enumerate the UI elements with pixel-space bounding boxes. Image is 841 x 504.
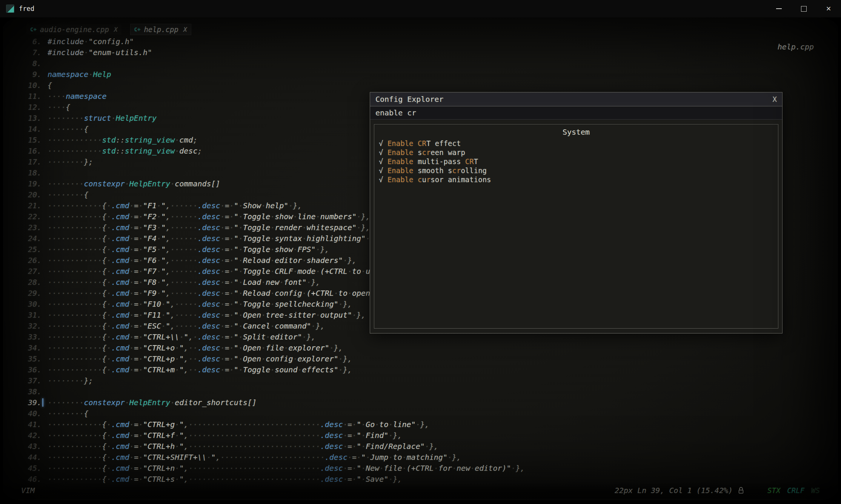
cpp-file-icon: C+ <box>30 26 37 32</box>
tab-close-icon[interactable]: X <box>183 26 187 33</box>
code-line[interactable]: 8. <box>23 58 525 69</box>
code-line-text: ············{·.cmd·=·"CTRL+p·",··.desc·=… <box>48 353 352 364</box>
popup-close-icon[interactable]: X <box>773 95 777 103</box>
line-number: 6. <box>23 36 42 47</box>
line-number: 13. <box>23 113 42 124</box>
code-line[interactable]: 40.········{ <box>23 408 525 419</box>
code-line[interactable]: 42.············{·.cmd·=·"CTRL+f·",······… <box>23 430 525 441</box>
config-checkbox-item[interactable]: √ Enable smooth scrolling <box>379 166 773 175</box>
vim-mode-indicator: VIM <box>21 486 35 495</box>
code-line[interactable]: 45.············{·.cmd·=·"CTRL+n·",······… <box>23 463 525 474</box>
code-line[interactable]: 37.········}; <box>23 375 525 386</box>
config-checkbox-item[interactable]: √ Enable cursor animations <box>379 175 773 184</box>
maximize-button[interactable] <box>791 0 816 17</box>
close-button[interactable]: ✕ <box>816 0 841 17</box>
line-number: 34. <box>23 343 42 353</box>
code-line-text: ············{·.cmd·=·"F11·",·····.desc·=… <box>48 310 366 321</box>
status-flag: WS <box>811 486 820 495</box>
code-line-text: ············std::string_view·cmd; <box>48 135 197 146</box>
status-flag: STX <box>767 486 780 495</box>
code-line-text: { <box>48 80 52 91</box>
code-line-text: ········constexpr·HelpEntry·commands[] <box>48 178 220 189</box>
window-title: fred <box>19 5 34 12</box>
code-line[interactable]: 35.············{·.cmd·=·"CTRL+p·",··.des… <box>23 353 525 364</box>
line-number: 12. <box>23 102 42 113</box>
code-line[interactable]: 6.#include·"config.h" <box>23 36 525 47</box>
config-items-list: √ Enable CRT effect√ Enable screen warp√… <box>379 139 773 184</box>
line-number: 33. <box>23 332 42 343</box>
tab-close-icon[interactable]: X <box>114 26 118 33</box>
config-explorer-popup: Config Explorer X enable cr System √ Ena… <box>370 92 783 333</box>
editor-screen: C+ audio-engine.cpp X C+ help.cpp X help… <box>3 17 838 500</box>
code-line-text: ············{·.cmd·=·"F8·",······.desc·=… <box>48 277 320 288</box>
tab-audio-engine-cpp[interactable]: C+ audio-engine.cpp X <box>26 24 121 35</box>
cursor-position: 22px Ln 39, Col 1 (15.42%) <box>615 486 733 495</box>
line-number: 23. <box>23 222 42 233</box>
code-line[interactable]: 39.········constexpr·HelpEntry·editor_sh… <box>23 397 525 408</box>
line-number: 16. <box>23 146 42 157</box>
line-number: 22. <box>23 211 42 222</box>
line-number: 40. <box>23 408 42 419</box>
status-bar: VIM 22px Ln 39, Col 1 (15.42%) STXCRLFWS <box>3 482 838 499</box>
code-line-text: ········struct·HelpEntry <box>48 113 157 124</box>
checkmark-icon: √ <box>379 175 383 184</box>
cpp-file-icon: C+ <box>134 26 141 32</box>
line-number: 44. <box>23 452 42 463</box>
code-line-text: ············{·.cmd·=·"CTRL+f·",·········… <box>48 430 402 441</box>
code-line-text: ············{·.cmd·=·"CTRL+n·",·········… <box>48 463 525 474</box>
code-line-text: ············{·.cmd·=·"F10·",·····.desc·=… <box>48 299 352 310</box>
code-line[interactable]: 44.············{·.cmd·=·"CTRL+SHIFT+\\·"… <box>23 452 525 463</box>
line-number: 42. <box>23 430 42 441</box>
code-line-text: ············{·.cmd·=·"F7·",······.desc·=… <box>48 266 411 277</box>
tab-help-cpp[interactable]: C+ help.cpp X <box>131 24 191 35</box>
code-line[interactable]: 34.············{·.cmd·=·"CTRL+o·",··.des… <box>23 343 525 353</box>
minimize-button[interactable] <box>766 0 791 17</box>
config-checkbox-item[interactable]: √ Enable CRT effect <box>379 139 773 148</box>
line-number: 41. <box>23 419 42 430</box>
line-number: 37. <box>23 375 42 386</box>
status-right-group: 22px Ln 39, Col 1 (15.42%) STXCRLFWS <box>615 486 820 495</box>
code-line[interactable]: 7.#include·"enum-utils.h" <box>23 47 525 58</box>
line-number: 38. <box>23 386 42 397</box>
code-line[interactable]: 41.············{·.cmd·=·"CTRL+g·",······… <box>23 419 525 430</box>
tab-label: audio-engine.cpp <box>40 25 109 34</box>
code-line-text: ········{ <box>48 408 88 419</box>
line-number: 25. <box>23 244 42 255</box>
line-number: 14. <box>23 124 42 135</box>
config-search-input[interactable]: enable cr <box>370 106 782 120</box>
line-number: 43. <box>23 441 42 452</box>
checkmark-icon: √ <box>379 139 383 148</box>
app-icon <box>6 5 14 13</box>
line-number: 32. <box>23 321 42 332</box>
code-line[interactable]: 36.············{·.cmd·=·"CTRL+m·",··.des… <box>23 364 525 375</box>
window-titlebar[interactable]: fred ✕ <box>0 0 841 17</box>
code-line[interactable]: 9.namespace·Help <box>23 69 525 80</box>
popup-title-bar[interactable]: Config Explorer X <box>370 92 782 106</box>
line-number: 27. <box>23 266 42 277</box>
buffer-name-overlay: help.cpp <box>778 42 814 51</box>
code-line-text: ········{ <box>48 189 88 200</box>
line-number: 20. <box>23 189 42 200</box>
tab-label: help.cpp <box>144 25 178 34</box>
code-line[interactable]: 43.············{·.cmd·=·"CTRL+h·",······… <box>23 441 525 452</box>
config-checkbox-item[interactable]: √ Enable screen warp <box>379 148 773 157</box>
minimize-icon <box>776 8 782 9</box>
checkmark-icon: √ <box>379 157 383 166</box>
line-number: 45. <box>23 463 42 474</box>
line-number: 7. <box>23 47 42 58</box>
tab-bar: C+ audio-engine.cpp X C+ help.cpp X <box>26 24 191 35</box>
text-cursor <box>42 398 43 407</box>
line-number: 29. <box>23 288 42 299</box>
code-line[interactable]: 38. <box>23 386 525 397</box>
code-line-text: ············{·.cmd·=·"CTRL+m·",··.desc·=… <box>48 364 352 375</box>
line-number: 18. <box>23 167 42 178</box>
code-line-text: ········{ <box>48 124 88 135</box>
line-number: 31. <box>23 310 42 321</box>
config-checkbox-item[interactable]: √ Enable multi-pass CRT <box>379 157 773 166</box>
maximize-icon <box>801 6 807 12</box>
code-line-text: ············{·.cmd·=·"ESC·",·····.desc·=… <box>48 321 325 332</box>
line-number: 9. <box>23 69 42 80</box>
code-line-text: ········}; <box>48 157 93 167</box>
code-line-text: ············{·.cmd·=·"F6·",······.desc·=… <box>48 255 357 266</box>
code-line[interactable]: 10.{ <box>23 80 525 91</box>
